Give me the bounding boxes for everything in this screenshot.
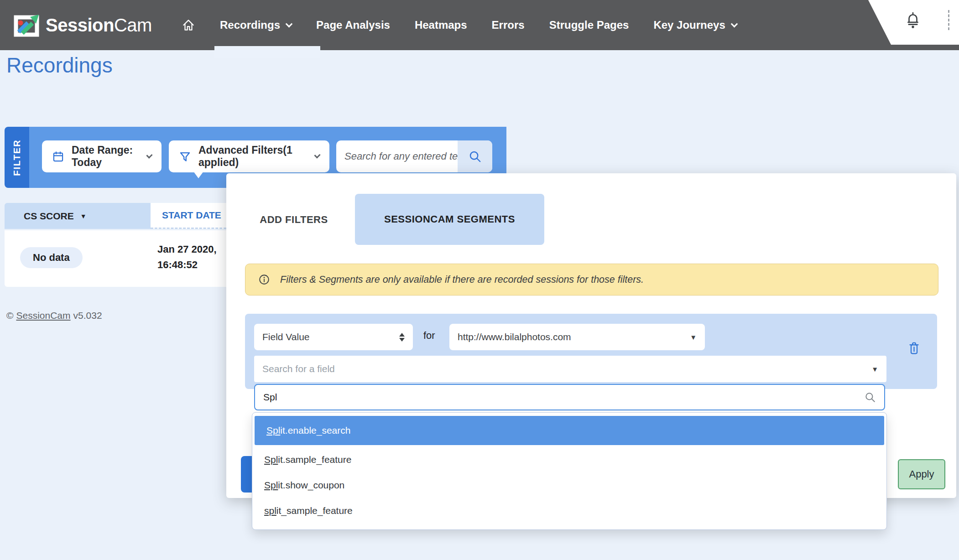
option-split-show-coupon[interactable]: Split.show_coupon (252, 472, 886, 498)
chevron-down-icon (314, 152, 320, 158)
tab-add-filters[interactable]: ADD FILTERS (255, 195, 333, 244)
trash-icon (908, 341, 920, 355)
app-navbar: SessionCam Recordings Page Analysis Heat… (0, 0, 959, 50)
nav-errors[interactable]: Errors (492, 19, 525, 31)
info-icon (258, 274, 270, 285)
field-select[interactable]: Search for a field ▼ (254, 356, 886, 382)
popover-anchor-notch (193, 171, 203, 178)
delete-rule-button[interactable] (908, 341, 920, 355)
home-icon (182, 18, 195, 32)
tab-sessioncam-segments[interactable]: SESSIONCAM SEGMENTS (355, 194, 544, 245)
column-header-start-date[interactable]: START DATE (151, 203, 226, 229)
column-header-cs-score[interactable]: CS SCORE ▼ (5, 203, 151, 229)
advanced-filters-button[interactable]: Advanced Filters(1 applied) (169, 140, 329, 172)
nav-page-analysis[interactable]: Page Analysis (316, 19, 390, 31)
footer-copyright: ©SessionCamv5.032 (6, 310, 102, 321)
text-search (336, 140, 492, 172)
start-date-cell: Jan 27 2020, 16:48:52 (157, 242, 217, 273)
table-row[interactable]: No data Jan 27 2020, 16:48:52 (5, 230, 226, 287)
dropdown-caret-icon: ▼ (690, 333, 697, 341)
search-icon (468, 150, 482, 163)
search-button[interactable] (458, 140, 492, 172)
calendar-icon (52, 150, 64, 163)
field-options-list: Split.enable_search Split.sample_feature… (252, 412, 887, 530)
sessioncam-logo-icon (13, 12, 40, 38)
chevron-down-icon (146, 152, 153, 158)
nav-home[interactable] (182, 18, 195, 32)
sessioncam-link[interactable]: SessionCam (16, 310, 70, 321)
field-search-box (254, 384, 885, 410)
advanced-filters-panel: ADD FILTERS SESSIONCAM SEGMENTS Filters … (226, 173, 956, 498)
cs-score-badge: No data (20, 247, 83, 268)
brand-name: SessionCam (46, 15, 152, 36)
notifications-bell-icon[interactable] (905, 11, 921, 30)
apply-button[interactable]: Apply (898, 459, 945, 489)
option-split-sample-feature[interactable]: Split.sample_feature (252, 447, 886, 472)
navbar-corner-wedge (849, 0, 959, 45)
main-nav: Recordings Page Analysis Heatmaps Errors… (182, 0, 737, 50)
search-icon (864, 391, 876, 403)
filter-side-tab[interactable]: FILTER (5, 127, 29, 188)
chevron-down-icon (731, 20, 738, 27)
nav-recordings[interactable]: Recordings (220, 19, 292, 31)
site-select[interactable]: http://www.bilalphotos.com ▼ (449, 324, 705, 350)
brand[interactable]: SessionCam (13, 0, 152, 50)
notice-text: Filters & Segments are only available if… (280, 274, 644, 285)
date-range-button[interactable]: Date Range: Today (42, 140, 162, 172)
dropdown-caret-icon: ▼ (871, 365, 878, 373)
for-connector-label: for (423, 330, 435, 342)
chevron-down-icon (286, 20, 293, 27)
page-title: Recordings (6, 53, 113, 78)
field-search-input[interactable] (263, 392, 864, 403)
active-nav-tab-indicator (214, 46, 320, 58)
nav-struggle-pages[interactable]: Struggle Pages (549, 19, 629, 31)
text-search-input[interactable] (336, 150, 458, 162)
option-split-enable-search[interactable]: Split.enable_search (255, 416, 884, 445)
navbar-dashed-divider (948, 10, 949, 30)
funnel-icon (179, 150, 191, 163)
nav-heatmaps[interactable]: Heatmaps (415, 19, 467, 31)
sort-updown-icon (399, 333, 405, 342)
sort-desc-icon: ▼ (80, 213, 87, 220)
notice-banner: Filters & Segments are only available if… (245, 264, 938, 296)
option-split-sample-feature-lower[interactable]: split_sample_feature (252, 498, 886, 524)
filter-type-select[interactable]: Field Value (254, 324, 413, 350)
nav-key-journeys[interactable]: Key Journeys (653, 19, 736, 31)
